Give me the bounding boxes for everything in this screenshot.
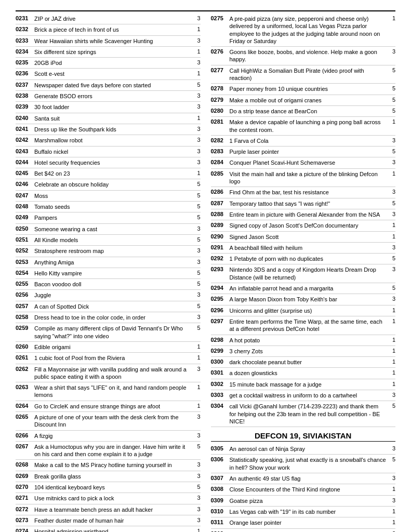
item-points: 3: [193, 15, 201, 21]
item-points: 1: [193, 528, 201, 532]
item-text: Hospital admission wristband: [34, 528, 193, 532]
table-row: 0278Paper money from 10 unique countries…: [211, 84, 396, 95]
item-number: 0250: [16, 225, 34, 232]
item-text: get a cocktail waitress in uniform to do…: [230, 392, 389, 399]
item-points: 5: [193, 443, 201, 449]
item-points: 5: [193, 236, 201, 243]
item-points: 3: [193, 314, 201, 320]
item-points: 1: [193, 170, 201, 176]
item-text: Call HighWiz a Somalian Butt Pirate (vid…: [230, 67, 389, 82]
item-text: Wear a shirt that says "LIFE" on it, and…: [34, 384, 193, 399]
item-text: Unicorns and glitter (surprise us): [230, 307, 389, 314]
item-number: 0245: [16, 170, 34, 176]
item-text: Make a call to the MS Piracy hotline tur…: [34, 461, 193, 469]
section-header: DEFCON 19, SIVIAKISTAN: [211, 431, 396, 442]
table-row: 0260Edible origami1: [16, 342, 201, 353]
table-row: 0275A pre-paid pizza (any size, pepperon…: [211, 14, 396, 47]
item-number: 0273: [16, 517, 34, 523]
item-text: 1 Petabyte of porn with no duplicates: [230, 255, 389, 262]
item-points: 5: [193, 281, 201, 287]
table-row: 0307An authentic 49 star US flag3: [211, 473, 396, 484]
item-points: 3: [193, 103, 201, 110]
table-row: 0264Go to CircleK and ensure strange thi…: [16, 401, 201, 412]
table-row: 0297Entire team performs the Time Warp, …: [211, 316, 396, 335]
table-row: 0257A can of Spotted Dick5: [16, 301, 201, 312]
item-number: 0309: [211, 497, 230, 503]
item-text: A pre-paid pizza (any size, pepperoni an…: [230, 15, 389, 45]
item-number: 0252: [16, 247, 34, 254]
item-points: 3: [193, 517, 201, 523]
table-row: 0303get a cocktail waitress in uniform t…: [211, 390, 396, 401]
table-row: 0236Scott e-vest1: [16, 69, 201, 79]
item-number: 0283: [211, 148, 230, 154]
item-points: 3: [193, 92, 201, 99]
table-row: 0285Visit the main hall and take a pictu…: [211, 169, 396, 188]
table-row: 0255Bacon voodoo doll5: [16, 279, 201, 290]
item-number: 0285: [211, 170, 230, 177]
table-row: 0291A beachball filled with heilum3: [211, 243, 396, 254]
item-text: Signed Jason Scott: [230, 233, 389, 241]
item-number: 0293: [211, 266, 230, 272]
table-row: 0280Do a strip tease dance at BearCon5: [211, 106, 396, 117]
item-number: 0238: [16, 92, 34, 99]
item-points: 5: [193, 270, 201, 276]
item-text: 30 foot ladder: [34, 103, 193, 111]
item-points: 1: [388, 222, 395, 228]
item-number: 0248: [16, 203, 34, 209]
item-number: 0310: [211, 508, 230, 514]
item-number: 0303: [211, 392, 230, 398]
table-row: 02821 Farva of Cola3: [211, 136, 396, 147]
item-points: 1: [388, 233, 395, 240]
item-number: 0235: [16, 59, 34, 65]
item-points: 5: [388, 200, 395, 206]
item-points: 5: [388, 85, 395, 91]
item-points: 1: [388, 307, 395, 313]
item-text: Paper money from 10 unique countries: [230, 85, 389, 92]
item-points: 3: [193, 37, 201, 44]
table-row: 0306Statistically speaking, just what ex…: [211, 455, 396, 473]
item-text: #1 pencil: [230, 530, 389, 532]
item-points: 3: [193, 432, 201, 438]
table-row: 0246Celebrate an obscure holiday5: [16, 179, 201, 190]
item-points: 5: [388, 456, 395, 462]
item-text: a dozen glowsticks: [230, 369, 389, 377]
item-points: 1: [193, 343, 201, 350]
item-number: 0269: [16, 473, 34, 479]
table-row: 0233Wear Hawaiian shirts while Scavenger…: [16, 36, 201, 47]
item-points: 5: [193, 214, 201, 220]
item-text: All Kindle models: [34, 236, 193, 244]
table-row: 0287Temporary tattoo that says "I was ri…: [211, 198, 396, 209]
item-number: 0296: [211, 307, 230, 313]
table-row: 0237Newspaper dated five days before con…: [16, 80, 201, 91]
item-points: 3: [388, 48, 395, 55]
item-number: 0264: [16, 403, 34, 409]
item-points: 3: [193, 59, 201, 65]
table-row: 0295A large Mason Dixon from Toby Keith'…: [211, 294, 396, 305]
table-row: 0312#1 pencil3: [211, 529, 396, 532]
item-points: 3: [193, 473, 201, 479]
page-container: 0231ZIP or JAZ drive30232Brick a piece o…: [16, 14, 395, 532]
item-text: An inflatable parrot head and a margarit…: [230, 285, 389, 292]
item-number: 0276: [211, 48, 230, 55]
item-points: 3: [388, 244, 395, 250]
item-number: 0268: [16, 461, 34, 468]
table-row: 0290Signed Jason Scott1: [211, 232, 396, 243]
item-number: 0294: [211, 285, 230, 291]
table-row: 0253Anything Amiga3: [16, 257, 201, 268]
item-number: 0232: [16, 26, 34, 32]
item-points: 1: [193, 115, 201, 121]
item-points: 1: [388, 170, 395, 177]
item-points: 5: [193, 203, 201, 209]
table-row: 0276Goons like booze, boobs, and violenc…: [211, 47, 396, 65]
item-number: 0297: [211, 318, 230, 324]
item-number: 0275: [211, 15, 230, 21]
item-text: Conquer Planet Scavi-Hunt Schemaverse: [230, 159, 389, 166]
item-points: 5: [388, 148, 395, 154]
table-row: 0293Nintendo 3DS and a copy of Kingdom H…: [211, 264, 396, 283]
item-number: 0277: [211, 67, 230, 73]
table-row: 0267Ask a Humoctopus why you are in dang…: [16, 442, 201, 460]
table-row: 0241Dress up like the Southpark kids3: [16, 124, 201, 135]
table-row: 0281Make a device capable of launching a…: [211, 117, 396, 136]
right-column: 0275A pre-paid pizza (any size, pepperon…: [211, 14, 396, 532]
item-points: 3: [388, 189, 395, 195]
